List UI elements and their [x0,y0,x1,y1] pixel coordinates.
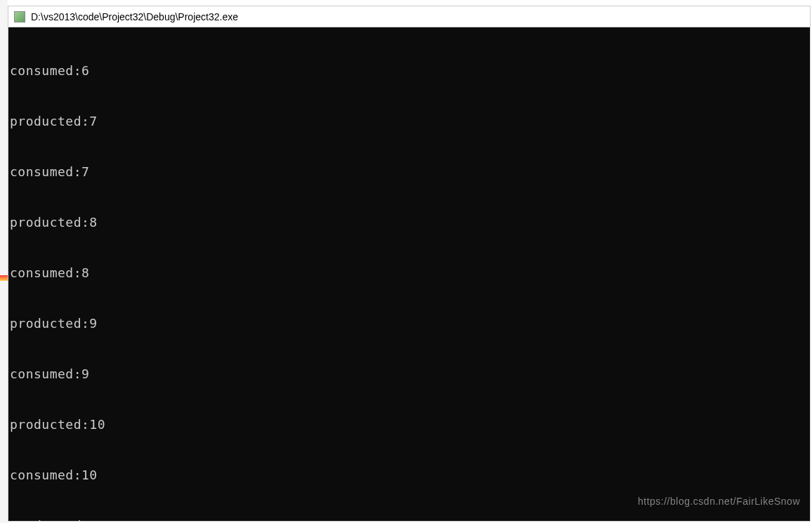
editor-gutter [0,0,8,523]
console-line: producted:10 [10,416,810,433]
console-line: consumed:7 [10,164,810,180]
console-line: producted:8 [10,214,810,231]
console-line: producted:9 [10,315,810,332]
window-title: D:\vs2013\code\Project32\Debug\Project32… [31,11,238,22]
editor-marker [0,275,8,281]
watermark-text: https://blog.csdn.net/FairLikeSnow [638,493,800,510]
titlebar[interactable]: D:\vs2013\code\Project32\Debug\Project32… [8,6,810,27]
console-line: consumed:6 [10,62,810,79]
app-icon [14,11,25,22]
console-line: producted:7 [10,113,810,130]
console-line: consumed:9 [10,366,810,383]
console-output[interactable]: consumed:6 producted:7 consumed:7 produc… [8,27,810,521]
console-line: consumed:8 [10,265,810,282]
console-line: consumed:10 [10,467,810,484]
console-window: D:\vs2013\code\Project32\Debug\Project32… [8,6,811,522]
console-line: producted:11 [10,517,810,521]
